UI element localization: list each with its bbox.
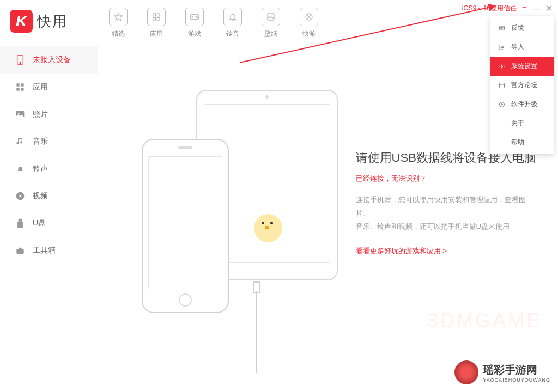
app-logo-icon: K <box>10 10 33 33</box>
sidebar-item-usb[interactable]: U盘 <box>0 210 98 237</box>
header: K 快用 精选 应用 游戏 铃音 壁纸 快游 iOS9～10应用信任 <box>0 0 558 46</box>
chick-mascot-icon <box>251 210 286 244</box>
sidebar-item-video[interactable]: 视频 <box>0 182 98 210</box>
svg-rect-21 <box>19 219 22 222</box>
svg-rect-22 <box>17 222 23 228</box>
description: 连接手机后，您可以使用快用安装和管理应用，查看图片、 音乐、铃声和视频，还可以把… <box>356 193 536 234</box>
menu-label: 导入 <box>511 42 524 52</box>
window-controls: iOS9～10应用信任 ≡ — ✕ <box>462 3 553 14</box>
nav-tabs: 精选 应用 游戏 铃音 壁纸 快游 <box>98 0 318 39</box>
minimize-button[interactable]: — <box>532 4 539 14</box>
troubleshoot-link[interactable]: 已经连接，无法识别？ <box>356 174 536 183</box>
app-name: 快用 <box>37 12 68 31</box>
nav-tab-featured[interactable]: 精选 <box>109 8 128 39</box>
nav-label: 精选 <box>112 29 125 39</box>
gear-icon <box>498 63 506 70</box>
play-icon <box>15 191 25 201</box>
svg-point-27 <box>501 65 503 67</box>
settings-dropdown: 反馈 导入 系统设置 官方论坛 软件升级 关于 帮助 <box>490 16 554 154</box>
menu-item-forum[interactable]: 官方论坛 <box>490 76 554 95</box>
svg-rect-2 <box>157 14 160 16</box>
import-icon <box>498 44 506 51</box>
sidebar-label: 音乐 <box>33 137 48 146</box>
cable-graphic <box>256 291 257 373</box>
nav-tab-wallpaper[interactable]: 壁纸 <box>262 8 280 39</box>
svg-point-9 <box>197 17 198 18</box>
apps-icon <box>15 82 25 92</box>
svg-point-19 <box>18 113 20 114</box>
menu-label: 关于 <box>511 119 524 128</box>
nav-label: 应用 <box>150 29 163 39</box>
svg-rect-1 <box>153 14 156 16</box>
toolbox-icon <box>15 246 25 255</box>
nav-label: 快游 <box>302 29 316 39</box>
forum-icon <box>498 82 506 89</box>
menu-label: 官方论坛 <box>511 81 537 90</box>
upgrade-icon <box>498 101 506 108</box>
svg-rect-14 <box>16 83 19 86</box>
grid-icon <box>147 8 166 26</box>
close-button[interactable]: ✕ <box>545 3 553 14</box>
sidebar-item-apps[interactable]: 应用 <box>0 74 98 101</box>
menu-item-about[interactable]: 关于 <box>490 114 554 133</box>
phone-icon <box>15 55 25 65</box>
menu-item-import[interactable]: 导入 <box>490 38 554 57</box>
svg-rect-17 <box>21 88 23 90</box>
more-apps-link[interactable]: 看看更多好玩的游戏和应用 > <box>356 247 447 255</box>
clip-icon <box>300 8 318 26</box>
sidebar: 未接入设备 应用 照片 音乐 铃声 视频 U盘 工具箱 <box>0 46 98 392</box>
nav-tab-ringtones[interactable]: 铃音 <box>223 8 242 39</box>
sidebar-label: U盘 <box>33 218 46 228</box>
svg-rect-4 <box>157 17 160 20</box>
trust-link[interactable]: iOS9～10应用信任 <box>462 4 517 13</box>
gamepad-icon <box>185 8 204 26</box>
bell-icon <box>15 164 25 174</box>
sidebar-item-device[interactable]: 未接入设备 <box>0 46 98 74</box>
body: 未接入设备 应用 照片 音乐 铃声 视频 U盘 工具箱 <box>0 46 558 392</box>
hamburger-icon[interactable]: ≡ <box>522 4 526 13</box>
svg-rect-23 <box>16 249 23 254</box>
sidebar-item-ringtones[interactable]: 铃声 <box>0 155 98 182</box>
feedback-icon <box>498 25 506 32</box>
menu-item-feedback[interactable]: 反馈 <box>490 19 554 38</box>
sidebar-label: 铃声 <box>33 164 48 174</box>
nav-tab-games[interactable]: 游戏 <box>185 8 204 39</box>
star-icon <box>109 8 128 26</box>
nav-label: 铃音 <box>226 29 239 39</box>
menu-label: 帮助 <box>511 138 524 147</box>
nav-label: 壁纸 <box>264 29 277 39</box>
logo-area: K 快用 <box>0 0 98 33</box>
device-illustration <box>142 90 345 318</box>
svg-rect-15 <box>21 83 23 86</box>
menu-item-upgrade[interactable]: 软件升级 <box>490 95 554 114</box>
sidebar-label: 视频 <box>33 191 48 201</box>
bell-icon <box>223 8 242 26</box>
sidebar-label: 照片 <box>33 109 48 119</box>
svg-rect-3 <box>153 17 156 20</box>
usb-icon <box>15 218 25 228</box>
main-content: 请使用USB数据线将设备接入电脑 已经连接，无法识别？ 连接手机后，您可以使用快… <box>98 46 558 392</box>
menu-item-help[interactable]: 帮助 <box>490 133 554 152</box>
svg-marker-0 <box>114 13 122 20</box>
nav-tab-quickplay[interactable]: 快游 <box>300 8 318 39</box>
photo-icon <box>15 109 25 119</box>
svg-point-13 <box>20 63 21 64</box>
sidebar-item-photos[interactable]: 照片 <box>0 101 98 128</box>
menu-item-settings[interactable]: 系统设置 <box>490 57 554 76</box>
svg-rect-28 <box>500 83 505 88</box>
sidebar-item-music[interactable]: 音乐 <box>0 128 98 155</box>
sidebar-label: 工具箱 <box>33 246 56 255</box>
wallpaper-icon <box>262 8 280 26</box>
menu-label: 系统设置 <box>511 62 537 71</box>
sidebar-label: 应用 <box>33 82 48 92</box>
svg-rect-16 <box>16 88 19 90</box>
music-icon <box>15 137 25 146</box>
sidebar-item-toolbox[interactable]: 工具箱 <box>0 237 98 264</box>
menu-label: 软件升级 <box>511 100 537 109</box>
svg-rect-24 <box>500 26 505 30</box>
sidebar-label: 未接入设备 <box>33 55 71 65</box>
phone-graphic <box>142 139 229 313</box>
menu-label: 反馈 <box>511 23 524 33</box>
nav-label: 游戏 <box>188 29 201 39</box>
nav-tab-apps[interactable]: 应用 <box>147 8 166 39</box>
